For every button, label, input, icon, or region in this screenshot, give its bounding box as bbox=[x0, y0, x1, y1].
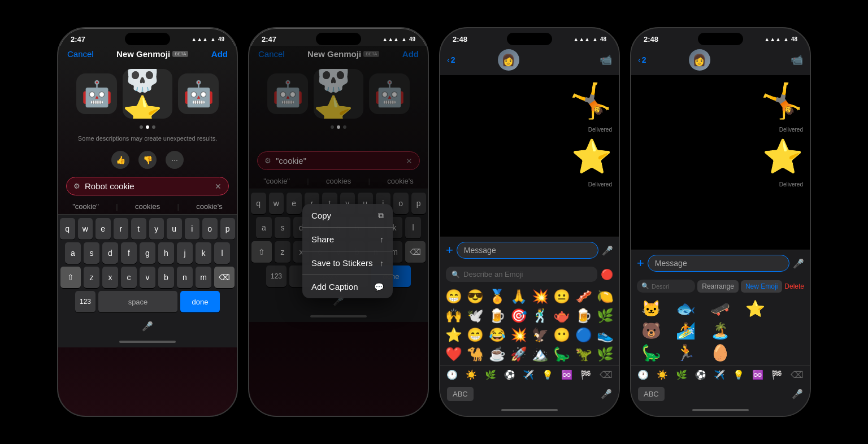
custom-emoji-skate[interactable]: 🛹 bbox=[704, 298, 737, 319]
custom-emoji-rider[interactable]: 🏄 bbox=[669, 320, 702, 341]
back-button-3[interactable]: ‹ 2 bbox=[447, 55, 455, 64]
abc-button-4[interactable]: ABC bbox=[638, 387, 665, 401]
custom-emoji-fish[interactable]: 🐟 bbox=[669, 298, 702, 319]
emoji-cell[interactable]: 😐 bbox=[552, 288, 572, 306]
emoji-cell[interactable]: 🏅 bbox=[487, 288, 507, 306]
key-h[interactable]: h bbox=[158, 242, 174, 264]
key-k[interactable]: k bbox=[196, 242, 211, 264]
emoji-cell[interactable]: 🏔️ bbox=[530, 345, 550, 363]
key-b[interactable]: b bbox=[158, 267, 174, 288]
emoji-cell[interactable]: 🌿 bbox=[595, 345, 615, 363]
emoji-cell[interactable]: 🙏 bbox=[509, 288, 529, 306]
custom-emoji-cat[interactable]: 🐱 bbox=[635, 298, 668, 319]
emoji-toolbar-objects[interactable]: 💡 bbox=[542, 369, 553, 380]
mic-message-4[interactable]: 🎤 bbox=[793, 258, 804, 269]
emoji-cell[interactable]: 🥓 bbox=[574, 288, 594, 306]
rearrange-button[interactable]: Rearrange bbox=[697, 280, 739, 293]
emoji-cell[interactable]: 👟 bbox=[595, 326, 615, 344]
search-bar-1[interactable]: ⚙ Robot cookie ✕ bbox=[66, 177, 229, 195]
custom-emoji-seed[interactable]: 🥚 bbox=[704, 342, 737, 363]
key-c[interactable]: c bbox=[121, 267, 137, 288]
emoji-cell[interactable]: 🫖 bbox=[552, 307, 572, 325]
key-j[interactable]: j bbox=[177, 242, 193, 264]
emoji-cell[interactable]: 🐪 bbox=[465, 345, 485, 363]
mic-icon-1[interactable]: 🎤 bbox=[142, 321, 153, 332]
emoji-cell[interactable]: 😁 bbox=[465, 326, 485, 344]
context-save-stickers[interactable]: Save to Stickers ↑ bbox=[302, 251, 393, 275]
back-button-4[interactable]: ‹ 2 bbox=[638, 55, 646, 64]
message-input-4[interactable]: Message bbox=[648, 255, 789, 272]
emoji-toolbar-sun[interactable]: ☀️ bbox=[466, 369, 477, 380]
emoji-cell[interactable]: 🍺 bbox=[487, 307, 507, 325]
key-x[interactable]: x bbox=[102, 267, 118, 288]
emoji-cell[interactable]: 🌿 bbox=[595, 307, 615, 325]
key-g[interactable]: g bbox=[140, 242, 155, 264]
emoji-toolbar-4-clock[interactable]: 🕐 bbox=[637, 369, 649, 380]
emoji-toolbar-travel[interactable]: ✈️ bbox=[523, 369, 534, 380]
emoji-toolbar-4-objects[interactable]: 💡 bbox=[733, 369, 744, 380]
key-m[interactable]: m bbox=[196, 267, 211, 288]
key-u[interactable]: u bbox=[167, 218, 182, 240]
emoji-cell[interactable]: 🍺 bbox=[574, 307, 594, 325]
key-a[interactable]: a bbox=[65, 242, 81, 264]
emoji-cell[interactable]: 😁 bbox=[444, 288, 464, 306]
abc-button-3[interactable]: ABC bbox=[447, 387, 474, 401]
emoji-cell[interactable]: 🔵 bbox=[574, 326, 594, 344]
thumbs-down-button[interactable]: 👎 bbox=[138, 151, 157, 169]
avatar-3[interactable]: 👩 bbox=[498, 49, 519, 71]
emoji-cell[interactable]: ⭐ bbox=[444, 326, 464, 344]
emoji-cell[interactable]: 😂 bbox=[487, 326, 507, 344]
clear-button-1[interactable]: ✕ bbox=[215, 182, 222, 191]
key-w[interactable]: w bbox=[78, 218, 93, 240]
key-n[interactable]: n bbox=[177, 267, 193, 288]
key-f[interactable]: f bbox=[121, 242, 137, 264]
autocomplete-3[interactable]: cookie's bbox=[196, 202, 223, 211]
mic-emoji-4[interactable]: 🎤 bbox=[792, 389, 803, 399]
emoji-toolbar-sports[interactable]: ⚽ bbox=[504, 369, 515, 380]
plus-button-3[interactable]: + bbox=[446, 243, 453, 258]
emoji-skull-star-center[interactable]: 💀⭐ bbox=[123, 69, 172, 119]
autocomplete-2[interactable]: cookies bbox=[135, 202, 160, 211]
emoji-toolbar-4-leaf[interactable]: 🌿 bbox=[676, 369, 687, 380]
avatar-4[interactable]: 👩 bbox=[689, 49, 710, 71]
emoji-toolbar-4-sun[interactable]: ☀️ bbox=[657, 369, 668, 380]
custom-emoji-dino[interactable]: 🦕 bbox=[635, 342, 668, 363]
emoji-cell[interactable]: ❤️ bbox=[444, 345, 464, 363]
emoji-toolbar-4-delete[interactable]: ⌫ bbox=[791, 369, 804, 380]
context-share[interactable]: Share ↑ bbox=[302, 228, 393, 251]
emoji-cell[interactable]: 🦕 bbox=[552, 345, 572, 363]
key-r[interactable]: r bbox=[114, 218, 129, 240]
emoji-cell[interactable]: 😎 bbox=[465, 288, 485, 306]
key-v[interactable]: v bbox=[140, 267, 155, 288]
key-z[interactable]: z bbox=[84, 267, 99, 288]
emoji-toolbar-4-sports[interactable]: ⚽ bbox=[695, 369, 706, 380]
cancel-button-1[interactable]: Cancel bbox=[67, 49, 94, 59]
add-button-1[interactable]: Add bbox=[211, 49, 228, 59]
custom-emoji-bear[interactable]: 🐻 bbox=[635, 320, 668, 341]
video-button-3[interactable]: 📹 bbox=[600, 54, 612, 66]
emoji-cell[interactable]: 😶 bbox=[552, 326, 572, 344]
emoji-cell[interactable]: 🎯 bbox=[509, 307, 529, 325]
emoji-toolbar-delete[interactable]: ⌫ bbox=[600, 369, 613, 380]
emoji-toolbar-flags[interactable]: 🏁 bbox=[580, 369, 592, 380]
emoji-cell[interactable]: 🍋 bbox=[595, 288, 615, 306]
key-shift[interactable]: ⇧ bbox=[60, 267, 81, 288]
search-input-1[interactable]: Robot cookie bbox=[85, 181, 210, 191]
emoji-toolbar-4-flags[interactable]: 🏁 bbox=[771, 369, 783, 380]
thumbs-up-button[interactable]: 👍 bbox=[111, 151, 129, 169]
mic-message-3[interactable]: 🎤 bbox=[602, 245, 613, 256]
mic-emoji-3[interactable]: 🎤 bbox=[601, 389, 612, 399]
context-add-caption[interactable]: Add Caption 💬 bbox=[302, 275, 393, 298]
emoji-search-text-4[interactable]: Descri bbox=[652, 283, 669, 290]
genmoji-button-3[interactable]: 🔴 bbox=[601, 268, 613, 281]
emoji-search-bar-4[interactable]: 🔍 Descri bbox=[637, 280, 695, 293]
emoji-cell[interactable]: 🚀 bbox=[509, 345, 529, 363]
key-space[interactable]: space bbox=[98, 291, 177, 312]
key-l[interactable]: l bbox=[214, 242, 230, 264]
key-e[interactable]: e bbox=[96, 218, 111, 240]
key-d[interactable]: d bbox=[102, 242, 118, 264]
emoji-search-text-3[interactable]: Describe an Emoji bbox=[463, 270, 523, 278]
autocomplete-1[interactable]: "cookie" bbox=[72, 202, 99, 211]
key-o[interactable]: o bbox=[202, 218, 218, 240]
key-q[interactable]: q bbox=[60, 218, 75, 240]
